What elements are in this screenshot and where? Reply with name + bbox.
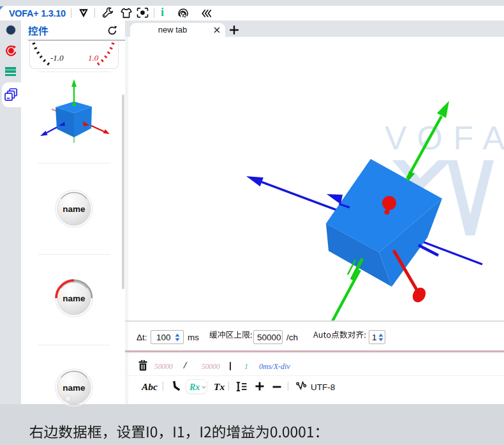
svg-text:A: A: [483, 119, 504, 156]
svg-text:V: V: [385, 119, 407, 156]
svg-text:-1.0: -1.0: [50, 53, 64, 63]
svg-text:name: name: [63, 383, 85, 393]
svg-text:F: F: [454, 119, 474, 156]
svg-text:name: name: [63, 204, 85, 214]
svg-text:name: name: [63, 294, 85, 303]
svg-text:1.0: 1.0: [88, 53, 99, 63]
